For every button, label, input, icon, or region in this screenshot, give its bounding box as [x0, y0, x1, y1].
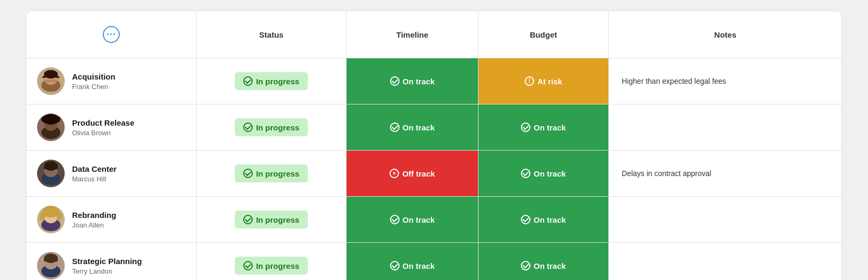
status-badge: In progress	[235, 164, 308, 182]
svg-point-16	[44, 161, 58, 171]
project-name: Product Release	[72, 118, 135, 127]
budget-cell: On track	[478, 104, 609, 151]
status-cell: In progress	[196, 197, 347, 243]
notes-cell: Higher than expected legal fees	[609, 58, 842, 104]
timeline-cell: Off track	[347, 151, 478, 197]
budget-badge: At risk	[516, 72, 571, 90]
budget-label: On track	[534, 123, 566, 132]
timeline-cell: On track	[347, 104, 478, 151]
status-cell: In progress	[196, 58, 347, 104]
header-status-col: Status	[196, 11, 347, 58]
avatar	[37, 252, 65, 279]
avatar	[37, 160, 65, 187]
status-label: In progress	[256, 123, 299, 132]
status-label: In progress	[256, 77, 299, 86]
svg-rect-17	[44, 167, 58, 169]
project-owner: Frank Chen	[72, 83, 116, 91]
header-budget-col: Budget	[478, 11, 609, 58]
header-timeline-col: Timeline	[347, 11, 478, 58]
budget-label: On track	[534, 169, 566, 178]
project-name: Acquisition	[72, 72, 116, 81]
project-cell: Rebranding Joan Allen	[26, 197, 196, 243]
notes-cell	[609, 104, 842, 151]
budget-cell: On track	[478, 197, 609, 243]
table-row: Product Release Olivia Brown In progress…	[26, 104, 842, 151]
project-owner: Terry Landon	[72, 267, 142, 275]
timeline-badge: On track	[382, 118, 444, 136]
status-cell: In progress	[196, 104, 347, 151]
project-table: ··· Status Timeline Budget Notes	[26, 11, 842, 280]
table-row: Data Center Marcus Hill In progress Off …	[26, 151, 842, 197]
budget-label: On track	[534, 261, 566, 270]
notes-cell	[609, 243, 842, 281]
svg-point-23	[57, 212, 62, 221]
timeline-cell: On track	[347, 243, 478, 281]
timeline-cell: On track	[347, 58, 478, 104]
timeline-badge: On track	[382, 257, 444, 275]
project-owner: Joan Allen	[72, 221, 116, 229]
avatar	[37, 206, 65, 233]
timeline-label: On track	[403, 77, 435, 86]
budget-badge: On track	[512, 257, 574, 275]
svg-rect-6	[57, 76, 59, 78]
project-cell: Data Center Marcus Hill	[26, 151, 196, 197]
status-label: In progress	[256, 215, 299, 224]
table-row: Rebranding Joan Allen In progress On tra…	[26, 197, 842, 243]
svg-point-12	[41, 115, 60, 124]
svg-rect-5	[42, 76, 45, 78]
status-label: In progress	[256, 261, 299, 270]
project-cell: Product Release Olivia Brown	[26, 104, 196, 151]
project-cell: Acquisition Frank Chen	[26, 58, 196, 104]
project-owner: Marcus Hill	[72, 175, 117, 183]
status-cell: In progress	[196, 243, 347, 281]
budget-label: At risk	[537, 77, 562, 86]
project-name: Strategic Planning	[72, 257, 142, 266]
timeline-label: On track	[403, 215, 435, 224]
budget-cell: At risk	[478, 58, 609, 104]
avatar	[37, 113, 65, 141]
svg-rect-4	[44, 74, 58, 77]
budget-badge: On track	[512, 164, 574, 182]
budget-badge: On track	[512, 118, 574, 136]
timeline-label: On track	[403, 261, 435, 270]
svg-rect-7	[46, 80, 56, 82]
timeline-label: On track	[403, 123, 435, 132]
more-options-button[interactable]: ···	[103, 26, 120, 43]
notes-text: Delays in contract approval	[622, 169, 711, 178]
status-cell: In progress	[196, 151, 347, 197]
header-notes-col: Notes	[609, 11, 842, 58]
status-badge: In progress	[235, 257, 308, 275]
timeline-badge: On track	[382, 211, 444, 229]
status-badge: In progress	[235, 72, 308, 90]
status-label: In progress	[256, 169, 299, 178]
table-row: Strategic Planning Terry Landon In progr…	[26, 243, 842, 281]
budget-cell: On track	[478, 151, 609, 197]
project-cell: Strategic Planning Terry Landon	[26, 243, 196, 281]
timeline-badge: On track	[382, 72, 444, 90]
status-badge: In progress	[235, 211, 308, 229]
budget-badge: On track	[512, 211, 574, 229]
notes-cell: Delays in contract approval	[609, 151, 842, 197]
avatar	[37, 67, 65, 95]
table-row: Acquisition Frank Chen In progress On tr…	[26, 58, 842, 104]
project-name: Rebranding	[72, 211, 116, 220]
status-badge: In progress	[235, 118, 308, 136]
notes-text: Higher than expected legal fees	[622, 77, 726, 85]
svg-rect-28	[44, 258, 58, 261]
project-owner: Olivia Brown	[72, 129, 135, 137]
svg-point-22	[40, 212, 45, 221]
header-project-col: ···	[26, 11, 196, 58]
budget-label: On track	[534, 215, 566, 224]
timeline-cell: On track	[347, 197, 478, 243]
budget-cell: On track	[478, 243, 609, 281]
notes-cell	[609, 197, 842, 243]
timeline-label: Off track	[402, 169, 435, 178]
project-name: Data Center	[72, 164, 117, 173]
timeline-badge: Off track	[381, 164, 444, 182]
